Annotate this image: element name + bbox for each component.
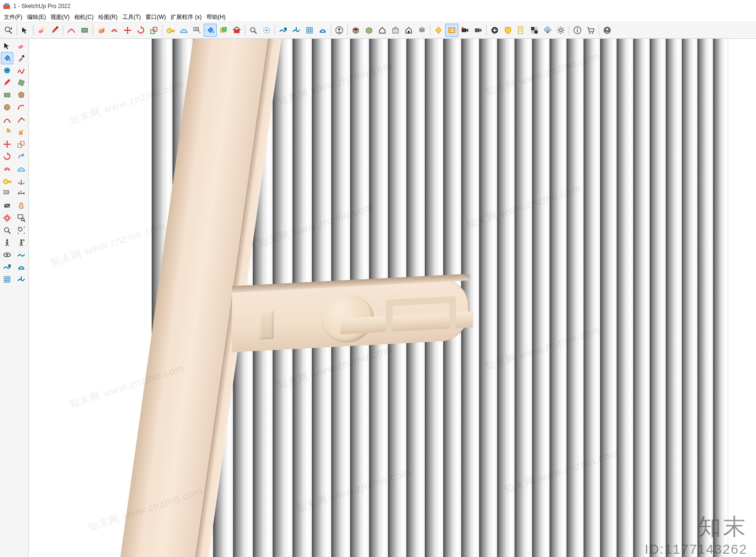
warehouse-box-1-button[interactable]: [349, 24, 362, 37]
sandbox-tool-c1-button[interactable]: [1, 261, 13, 273]
protractor2-button[interactable]: [15, 163, 27, 175]
account-button[interactable]: [601, 24, 614, 37]
look-around-button[interactable]: [1, 249, 13, 261]
settings-gear-button[interactable]: [554, 24, 567, 37]
shield-button[interactable]: [501, 24, 515, 37]
move-button[interactable]: [1, 138, 13, 150]
checker-button[interactable]: [528, 24, 541, 37]
extension-diamond-button[interactable]: [432, 24, 445, 37]
eraser-tool-button[interactable]: [35, 24, 48, 37]
walk-button[interactable]: [1, 236, 13, 249]
make-component-button[interactable]: [217, 24, 230, 37]
menu-draw[interactable]: 绘图(R): [96, 12, 120, 22]
info-button[interactable]: [571, 24, 584, 37]
sandbox-2-button[interactable]: [290, 24, 303, 37]
text-label-button[interactable]: A1: [190, 24, 204, 37]
zoom-button[interactable]: [1, 224, 13, 236]
freehand-button[interactable]: [15, 64, 27, 77]
move-tool-button[interactable]: [121, 24, 134, 37]
warehouse-home-button[interactable]: [376, 24, 389, 37]
toolbar-separator: [17, 25, 17, 35]
svg-rect-17: [223, 27, 226, 31]
scale-tool-button[interactable]: [147, 24, 161, 37]
offset-tool-button[interactable]: [108, 24, 121, 37]
sandbox-grid-button[interactable]: [15, 261, 27, 273]
position-camera-button[interactable]: [15, 236, 27, 249]
warehouse-box-2-button[interactable]: [362, 24, 376, 37]
model-viewport[interactable]: 知末网 www.znzmo.com 知末网 www.znzmo.com 知末网 …: [29, 39, 756, 557]
rectangle-tool-button[interactable]: [78, 24, 91, 37]
zoom-extents-button[interactable]: [247, 24, 260, 37]
line-pencil-button[interactable]: [1, 77, 13, 89]
menu-file[interactable]: 文件(F): [2, 12, 24, 22]
add-button[interactable]: [488, 24, 501, 37]
protractor-button[interactable]: [177, 24, 190, 37]
pie-arc-button[interactable]: [1, 126, 13, 138]
select-tool-button[interactable]: [1, 40, 13, 52]
zoom-selection-button[interactable]: [260, 24, 273, 37]
circle-button[interactable]: [1, 101, 13, 113]
menu-window[interactable]: 窗口(W): [144, 12, 168, 22]
zoom-window-button[interactable]: [15, 212, 27, 224]
arc-3pt-button[interactable]: [15, 113, 27, 126]
menu-view[interactable]: 视图(V): [49, 12, 71, 22]
zoom-extents2-button[interactable]: [15, 224, 27, 236]
pushpull-tool-button[interactable]: [94, 24, 108, 37]
sandbox-4-button[interactable]: [316, 24, 329, 37]
orbit-button[interactable]: [1, 212, 13, 224]
arc-2pt-button[interactable]: [1, 113, 13, 126]
section-plane-button[interactable]: [1, 200, 13, 212]
eyedropper-button[interactable]: [15, 52, 27, 64]
record-scene-button[interactable]: [472, 24, 485, 37]
warehouse-layers-button[interactable]: [415, 24, 429, 37]
svg-point-61: [4, 104, 10, 110]
menu-ext[interactable]: 扩展程序 (x): [169, 12, 203, 22]
zoom-extents-dropdown-button[interactable]: [2, 24, 15, 37]
sandbox-1-button[interactable]: [276, 24, 290, 37]
cloud-download-button[interactable]: [541, 24, 554, 37]
svg-line-47: [558, 28, 559, 29]
select-tool-button[interactable]: [18, 24, 32, 37]
text-button[interactable]: A1: [1, 187, 13, 200]
scale2-button[interactable]: [15, 138, 27, 150]
followme-button[interactable]: [15, 150, 27, 163]
warehouse-package-button[interactable]: [389, 24, 402, 37]
tape-measure-button[interactable]: [1, 175, 13, 187]
eraser-button[interactable]: [15, 40, 27, 52]
paint-bucket-tool-button[interactable]: [1, 52, 13, 64]
sandbox-flip-button[interactable]: [15, 273, 27, 286]
sandbox-tool-c2-button[interactable]: [1, 273, 13, 286]
3d-warehouse-button[interactable]: [230, 24, 243, 37]
menu-camera[interactable]: 相机(C): [72, 12, 95, 22]
sandbox-detail-button[interactable]: [15, 249, 27, 261]
cart-button[interactable]: [584, 24, 597, 37]
tape-measure-button[interactable]: [164, 24, 177, 37]
rotated-rect-button[interactable]: [15, 77, 27, 89]
pencil-tool-button[interactable]: [48, 24, 61, 37]
extension-rect-button[interactable]: [445, 24, 458, 37]
menu-edit[interactable]: 编辑(E): [25, 12, 48, 22]
polygon-button[interactable]: [15, 89, 27, 101]
report-button[interactable]: [515, 24, 528, 37]
rectangle-button[interactable]: [1, 89, 13, 101]
pan-button[interactable]: [15, 200, 27, 212]
user-profile-button[interactable]: [333, 24, 346, 37]
rotate-tool-button[interactable]: [134, 24, 147, 37]
sandbox-3-button[interactable]: [303, 24, 316, 37]
toolbar-separator: [486, 25, 487, 35]
arc-tool2-button[interactable]: [15, 101, 27, 113]
offset-button[interactable]: [1, 163, 13, 175]
pushpull2-button[interactable]: [15, 126, 27, 138]
paint-bucket-button[interactable]: [204, 24, 217, 37]
svg-rect-7: [99, 30, 103, 33]
axes-button[interactable]: [15, 175, 27, 187]
sandbox-tool-button[interactable]: [1, 64, 13, 77]
dimension-button[interactable]: 3': [15, 187, 27, 200]
rotate-button[interactable]: [1, 150, 13, 163]
menu-tools[interactable]: 工具(T): [120, 12, 143, 22]
menu-help[interactable]: 帮助(H): [205, 12, 228, 22]
arc-tool-button[interactable]: [65, 24, 78, 37]
warehouse-home2-button[interactable]: [402, 24, 415, 37]
svg-rect-86: [18, 144, 22, 148]
record-animation-button[interactable]: [458, 24, 472, 37]
